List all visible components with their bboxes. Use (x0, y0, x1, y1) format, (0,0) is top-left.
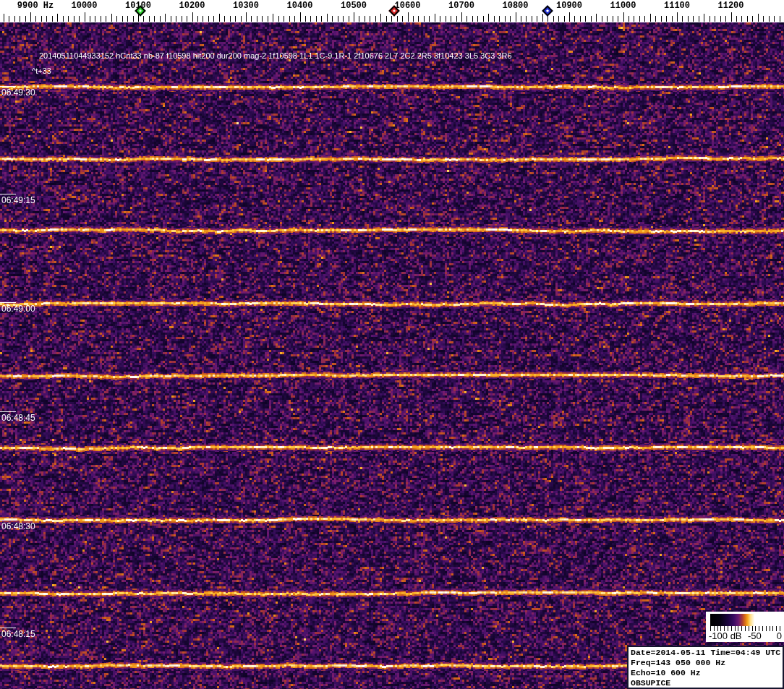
info-line-freq: Freq=143 050 000 Hz (631, 658, 783, 668)
cursor-annotation: ^t+33 (32, 67, 51, 75)
time-tick (0, 520, 16, 521)
time-tick (0, 411, 16, 412)
red-diamond-marker-highlight (393, 9, 396, 12)
colorbar-gradient (710, 614, 780, 626)
station-info-box: Date=2014-05-11 Time=04:49 UTC Freq=143 … (627, 646, 784, 689)
time-tick (0, 86, 16, 87)
freq-tick-label: 10900 (556, 1, 582, 11)
colorbar-label-min: -100 dB (709, 630, 742, 641)
spectrogram-display[interactable] (0, 0, 784, 689)
frequency-ruler: 9900 Hz100001010010200103001040010500106… (0, 0, 784, 22)
time-tick (0, 302, 16, 303)
freq-tick-label: 10200 (179, 1, 205, 11)
blue-diamond-marker-highlight (546, 9, 549, 12)
colorbar-label-mid: -50 (748, 630, 762, 641)
freq-tick-label: 9900 Hz (17, 1, 54, 11)
freq-tick-label: 11200 (717, 1, 743, 11)
time-tick (0, 194, 16, 194)
time-label: 06:48:30 (1, 521, 35, 531)
time-label: 06:49:15 (1, 195, 35, 205)
freq-tick-label: 11000 (610, 1, 636, 11)
colorbar-label-max: 0 (777, 630, 782, 641)
blue-diamond-marker[interactable] (542, 5, 553, 17)
green-diamond-marker-highlight (139, 9, 142, 12)
event-annotation: 20140511044933152 hCnt33 nb-87 f10598 hi… (39, 51, 512, 60)
freq-tick-label: 10300 (233, 1, 259, 11)
info-line-date: Date=2014-05-11 Time=04:49 UTC (631, 648, 783, 658)
time-tick (0, 628, 16, 628)
db-colorbar: -100 dB -50 0 (706, 612, 784, 642)
freq-tick-label: 10400 (286, 1, 312, 11)
info-line-station: OBSUPICE (631, 678, 783, 688)
time-label: 06:49:00 (1, 304, 35, 314)
freq-tick-label: 11100 (664, 1, 690, 11)
freq-tick-label: 10000 (71, 1, 97, 11)
info-line-echo: Echo=10 600 Hz (631, 668, 783, 678)
freq-tick-label: 10500 (341, 1, 367, 11)
freq-tick-label: 10800 (502, 1, 528, 11)
time-label: 06:48:15 (1, 629, 35, 639)
time-label: 06:48:45 (1, 413, 35, 423)
time-label: 06:49:30 (1, 87, 35, 98)
freq-tick-label: 10700 (448, 1, 474, 11)
